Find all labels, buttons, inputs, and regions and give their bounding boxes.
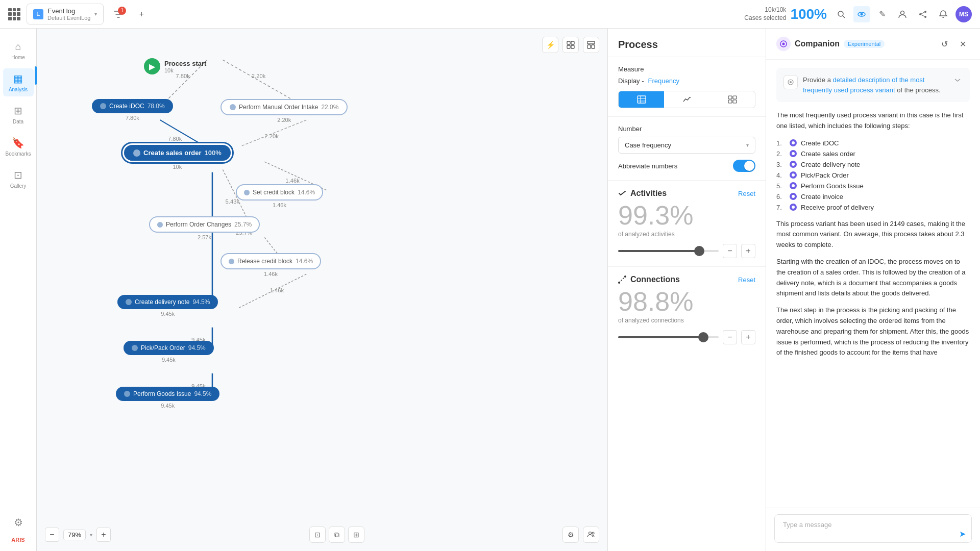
svg-point-40 xyxy=(589,532,592,535)
add-filter-button[interactable]: + xyxy=(133,6,150,22)
connections-slider-thumb[interactable] xyxy=(698,332,708,342)
sidebar-item-bookmarks[interactable]: 🔖 Bookmarks xyxy=(3,133,34,161)
intake-count: 2.20k xyxy=(220,117,348,123)
step-3-label: Create delivery note xyxy=(801,161,860,168)
group-button[interactable] xyxy=(562,37,579,53)
avatar[interactable]: MS xyxy=(955,6,972,22)
activities-slider-thumb[interactable] xyxy=(694,246,704,256)
companion-refresh-button[interactable]: ↺ xyxy=(937,37,951,51)
sales-pct: 100% xyxy=(204,149,221,157)
svg-line-14 xyxy=(160,120,205,146)
credit-label: Set credit block xyxy=(253,189,295,196)
connections-section: Connections Reset 98.8% of analyzed conn… xyxy=(608,267,766,353)
edit-button[interactable]: ✎ xyxy=(874,6,890,22)
expand-icon[interactable] xyxy=(952,75,963,85)
step-dot-6 xyxy=(790,193,797,200)
node-pick-pack[interactable]: Pick/Pack Order 94.5% 9.45k xyxy=(124,341,214,363)
screen-button[interactable]: ⊡ xyxy=(309,527,326,543)
sidebar-item-home[interactable]: ⌂ Home xyxy=(3,37,34,64)
node-delivery-note[interactable]: Create delivery note 94.5% 9.45k xyxy=(117,295,218,317)
node-dot xyxy=(132,345,138,351)
user-icon-button[interactable] xyxy=(894,6,911,22)
node-create-sales[interactable]: Create sales order 100% 10k xyxy=(122,143,232,170)
layout-button[interactable] xyxy=(583,37,599,53)
activities-minus-button[interactable]: − xyxy=(723,244,737,258)
zoom-level[interactable]: 79% xyxy=(63,530,86,540)
node-dot xyxy=(124,391,130,397)
step-dot-7 xyxy=(790,204,797,211)
message-input[interactable] xyxy=(774,514,972,543)
goods-label: Perform Goods Issue xyxy=(133,390,191,397)
step-dot-1 xyxy=(790,139,797,146)
prompt-link[interactable]: detailed description of the most frequen… xyxy=(803,76,924,94)
process-panel-header: Process xyxy=(608,29,766,57)
svg-rect-37 xyxy=(587,41,595,44)
measure-tab-chart[interactable] xyxy=(664,91,709,108)
step-dot-4 xyxy=(790,171,797,179)
number-dropdown[interactable]: Case frequency ▾ xyxy=(618,137,755,154)
event-log-selector[interactable]: E Event log Default EventLog ▾ xyxy=(27,4,104,24)
config-button[interactable]: ⚙ xyxy=(562,527,579,543)
node-create-idoc[interactable]: Create iDOC 78.0% 7.80k xyxy=(92,99,173,121)
credit-count: 1.46k xyxy=(236,202,323,208)
svg-point-5 xyxy=(924,11,926,13)
svg-text:7.80k: 7.80k xyxy=(168,136,182,142)
canvas-view-controls: ⊡ ⧉ ⊞ xyxy=(309,527,364,543)
activities-sub: of analyzed activities xyxy=(618,231,755,238)
activities-reset-button[interactable]: Reset xyxy=(738,190,755,197)
canvas-area[interactable]: 7.80k 2.20k 7.80k 2.20k 1.46k 5.43k 25.7… xyxy=(37,29,607,551)
layers-button[interactable]: ⧉ xyxy=(329,527,345,543)
send-button[interactable]: ➤ xyxy=(959,529,966,539)
node-dot xyxy=(244,190,250,195)
node-manual-intake[interactable]: Perform Manual Order Intake 22.0% 2.20k xyxy=(220,99,348,123)
display-value[interactable]: Frequency xyxy=(648,77,679,85)
chart-icon xyxy=(682,95,692,104)
zoom-in-button[interactable]: + xyxy=(96,528,111,542)
svg-point-3 xyxy=(861,13,863,15)
number-label: Number xyxy=(618,125,755,133)
connections-minus-button[interactable]: − xyxy=(723,330,737,344)
svg-point-55 xyxy=(790,81,792,83)
connections-plus-button[interactable]: + xyxy=(741,330,755,344)
companion-logo-icon xyxy=(779,40,788,48)
share-button[interactable] xyxy=(915,6,931,22)
main-content: ⌂ Home ▦ Analysis ⊞ Data 🔖 Bookmarks ⊡ G… xyxy=(0,29,980,551)
settings-icon: ⚙ xyxy=(14,516,23,529)
connections-reset-button[interactable]: Reset xyxy=(738,276,755,284)
grid-button[interactable]: ⊞ xyxy=(348,527,364,543)
sidebar-item-gallery[interactable]: ⊡ Gallery xyxy=(3,165,34,193)
connections-slider[interactable] xyxy=(618,336,719,338)
eye-button[interactable] xyxy=(853,6,870,22)
sidebar-analysis-label: Analysis xyxy=(9,87,28,92)
measure-tab-grid[interactable] xyxy=(709,91,755,108)
measure-tab-table[interactable] xyxy=(619,91,664,108)
sidebar-home-label: Home xyxy=(11,55,25,60)
activities-slider[interactable] xyxy=(618,250,719,252)
node-process-start[interactable]: ▶ Process start 10k xyxy=(144,58,206,74)
abbreviate-toggle[interactable] xyxy=(733,160,755,172)
node-set-credit[interactable]: Set credit block 14.6% 1.46k xyxy=(236,184,323,208)
sidebar-item-data[interactable]: ⊞ Data xyxy=(3,101,34,129)
step-3: 3. Create delivery note xyxy=(776,159,970,170)
step-2-label: Create sales order xyxy=(801,150,855,158)
sidebar-item-settings[interactable]: ⚙ xyxy=(3,512,34,533)
svg-point-50 xyxy=(618,282,620,284)
search-button[interactable] xyxy=(833,6,849,22)
svg-rect-38 xyxy=(587,45,591,48)
connections-slider-fill xyxy=(618,336,706,338)
app-menu-button[interactable] xyxy=(8,8,20,20)
companion-close-button[interactable]: ✕ xyxy=(955,37,970,51)
prompt-actions xyxy=(952,75,963,85)
activities-plus-button[interactable]: + xyxy=(741,244,755,258)
zoom-out-button[interactable]: − xyxy=(45,528,59,542)
grid2-icon xyxy=(728,95,737,104)
lightning-button[interactable]: ⚡ xyxy=(542,37,558,53)
sidebar-item-analysis[interactable]: ▦ Analysis xyxy=(3,68,34,96)
node-order-changes[interactable]: Perform Order Changes 25.7% 2.57k xyxy=(149,216,260,240)
node-release-credit[interactable]: Release credit block 14.6% 1.46k xyxy=(220,253,321,277)
node-goods-issue[interactable]: Perform Goods Issue 94.5% 9.45k xyxy=(116,387,219,409)
zoom-controls: − 79% ▾ + xyxy=(45,528,111,542)
notifications-button[interactable] xyxy=(935,6,951,22)
users-button[interactable] xyxy=(583,527,599,543)
filter-button[interactable]: 1 xyxy=(110,6,127,23)
